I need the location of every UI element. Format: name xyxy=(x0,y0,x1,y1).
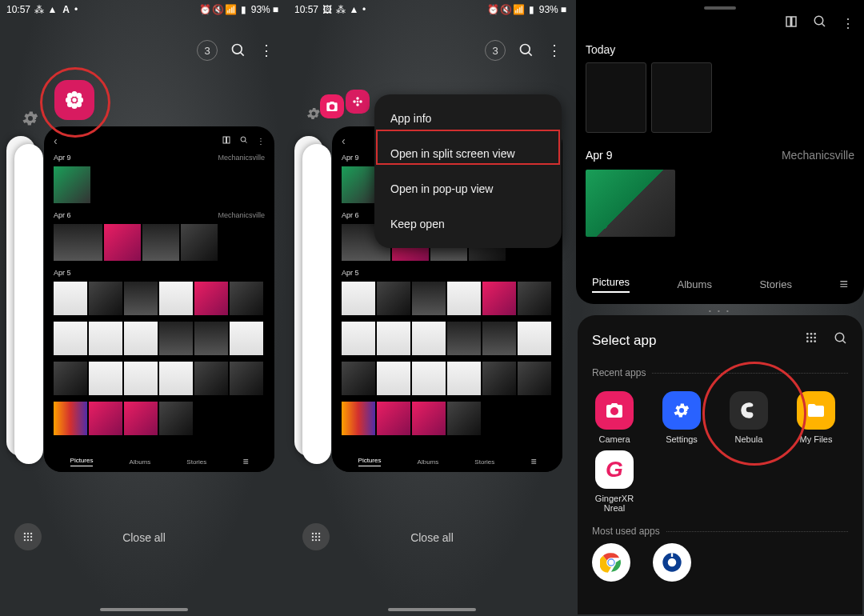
thumbnail[interactable] xyxy=(412,322,446,355)
more-icon[interactable]: ⋮ xyxy=(259,42,274,59)
thumbnail[interactable] xyxy=(377,322,410,355)
app-chrome-icon[interactable] xyxy=(592,543,630,582)
drag-handle-icon[interactable] xyxy=(704,6,736,10)
background-card-a[interactable] xyxy=(14,144,43,464)
close-all-button[interactable]: Close all xyxy=(288,531,576,544)
thumbnail[interactable] xyxy=(54,224,102,261)
thumbnail[interactable] xyxy=(342,282,375,315)
tab-pictures[interactable]: Pictures xyxy=(70,457,94,466)
thumbnail[interactable] xyxy=(447,402,481,435)
background-card-a[interactable] xyxy=(302,144,331,464)
thumbnail[interactable] xyxy=(89,322,122,355)
gallery-app-icon-small[interactable] xyxy=(346,90,370,114)
search-icon[interactable] xyxy=(834,331,848,350)
layout-icon[interactable] xyxy=(784,14,798,32)
thumbnail[interactable] xyxy=(142,224,179,261)
app-tile-gingerxr[interactable]: G GingerXR Nreal xyxy=(592,450,637,513)
thumbnail[interactable] xyxy=(159,402,193,435)
thumbnail[interactable] xyxy=(447,362,481,395)
thumbnail[interactable] xyxy=(412,362,446,395)
thumbnail[interactable] xyxy=(54,362,87,395)
thumbnail[interactable] xyxy=(651,62,712,133)
thumbnail[interactable] xyxy=(377,402,410,435)
thumbnail[interactable] xyxy=(124,402,158,435)
recents-count[interactable]: 3 xyxy=(485,40,506,61)
menu-split-view[interactable]: Open in split screen view xyxy=(374,136,562,171)
thumbnail[interactable] xyxy=(412,402,446,435)
tab-pictures[interactable]: Pictures xyxy=(358,457,382,466)
thumbnail[interactable] xyxy=(342,322,375,355)
more-icon[interactable]: ⋮ xyxy=(547,42,562,59)
thumbnail[interactable] xyxy=(124,362,158,395)
thumbnail[interactable] xyxy=(518,322,551,355)
menu-icon[interactable]: ≡ xyxy=(839,276,848,293)
search-icon[interactable] xyxy=(813,14,827,32)
thumbnail[interactable] xyxy=(89,282,122,315)
tab-albums[interactable]: Albums xyxy=(678,278,712,290)
photo-desk[interactable] xyxy=(586,170,675,237)
camera-app-icon[interactable] xyxy=(320,94,344,118)
thumbnail[interactable] xyxy=(447,322,481,355)
recents-card-gallery[interactable]: ‹ ⋮ Apr 9Mechanicsville Apr 6Mechanicsvi… xyxy=(44,126,274,472)
card-search-icon[interactable] xyxy=(239,135,249,146)
thumbnail[interactable] xyxy=(342,402,375,435)
close-all-button[interactable]: Close all xyxy=(0,531,288,544)
thumbnail[interactable] xyxy=(194,282,228,315)
back-icon[interactable]: ‹ xyxy=(342,134,346,147)
tab-stories[interactable]: Stories xyxy=(474,458,494,466)
thumbnail[interactable] xyxy=(124,282,158,315)
thumbnail[interactable] xyxy=(412,282,446,315)
tab-albums[interactable]: Albums xyxy=(418,458,439,466)
app-authenticator-icon[interactable] xyxy=(653,543,691,582)
thumbnail[interactable] xyxy=(159,362,193,395)
thumbnail[interactable] xyxy=(54,322,87,355)
thumbnail[interactable] xyxy=(377,282,410,315)
thumbnail[interactable] xyxy=(159,322,193,355)
thumbnail[interactable] xyxy=(447,282,481,315)
thumbnail[interactable] xyxy=(482,322,516,355)
thumbnail[interactable] xyxy=(586,62,646,133)
search-icon[interactable] xyxy=(518,42,534,58)
thumbnail[interactable] xyxy=(124,322,158,355)
search-icon[interactable] xyxy=(230,42,246,58)
gallery-app-icon[interactable] xyxy=(54,80,94,120)
thumbnail[interactable] xyxy=(377,362,410,395)
thumbnail[interactable] xyxy=(181,224,218,261)
tab-stories[interactable]: Stories xyxy=(759,278,791,290)
app-tile-nebula[interactable]: Nebula xyxy=(726,391,771,444)
thumbnail[interactable] xyxy=(194,322,228,355)
tab-albums[interactable]: Albums xyxy=(130,458,151,466)
more-icon[interactable]: ⋮ xyxy=(842,16,854,31)
thumbnail[interactable] xyxy=(230,282,263,315)
thumbnail[interactable] xyxy=(89,362,122,395)
thumbnail[interactable] xyxy=(230,362,263,395)
thumbnail[interactable] xyxy=(54,402,87,435)
card-more-icon[interactable]: ⋮ xyxy=(257,137,265,146)
nav-pill[interactable] xyxy=(388,608,476,611)
thumbnail[interactable] xyxy=(159,282,193,315)
menu-icon[interactable]: ≡ xyxy=(242,456,248,467)
tab-pictures[interactable]: Pictures xyxy=(592,276,630,293)
split-divider-handle-icon[interactable]: • • • xyxy=(709,307,731,314)
grid-view-icon[interactable] xyxy=(805,331,818,350)
menu-icon[interactable]: ≡ xyxy=(530,456,536,467)
menu-app-info[interactable]: App info xyxy=(374,101,562,136)
recents-count[interactable]: 3 xyxy=(197,40,218,61)
thumbnail[interactable] xyxy=(482,282,516,315)
thumbnail[interactable] xyxy=(194,362,228,395)
thumbnail[interactable] xyxy=(54,282,87,315)
thumbnail[interactable] xyxy=(104,224,141,261)
app-tile-camera[interactable]: Camera xyxy=(592,391,637,444)
nav-pill[interactable] xyxy=(100,608,188,611)
tab-stories[interactable]: Stories xyxy=(186,458,206,466)
thumbnail[interactable] xyxy=(89,402,122,435)
thumbnail[interactable] xyxy=(230,322,263,355)
thumbnail[interactable] xyxy=(518,362,551,395)
thumbnail[interactable] xyxy=(518,282,551,315)
thumbnail[interactable] xyxy=(54,166,90,203)
app-tile-settings[interactable]: Settings xyxy=(659,391,704,444)
back-icon[interactable]: ‹ xyxy=(54,134,58,147)
thumbnail[interactable] xyxy=(482,362,516,395)
menu-popup-view[interactable]: Open in pop-up view xyxy=(374,171,562,206)
thumbnail[interactable] xyxy=(342,166,378,203)
